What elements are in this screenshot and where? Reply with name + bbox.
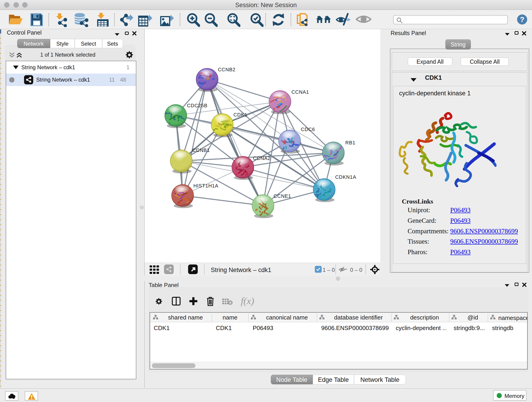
svg-text:HIST1H1A: HIST1H1A xyxy=(193,183,218,189)
svg-text:CCNE1: CCNE1 xyxy=(273,193,291,199)
svg-text:RB1: RB1 xyxy=(345,140,355,146)
svg-text:CDK1: CDK1 xyxy=(234,112,247,118)
svg-text:CCNA1: CCNA1 xyxy=(291,89,309,95)
svg-text:CCNB2: CCNB2 xyxy=(218,67,235,72)
svg-text:?: ? xyxy=(520,15,525,24)
svg-text:CDKN1A: CDKN1A xyxy=(335,174,356,180)
svg-text:CDC25B: CDC25B xyxy=(187,103,208,108)
svg-text:CCNB1: CCNB1 xyxy=(192,148,210,153)
svg-text:CCNA2: CCNA2 xyxy=(253,156,271,161)
svg-text:CDC6: CDC6 xyxy=(301,127,315,132)
